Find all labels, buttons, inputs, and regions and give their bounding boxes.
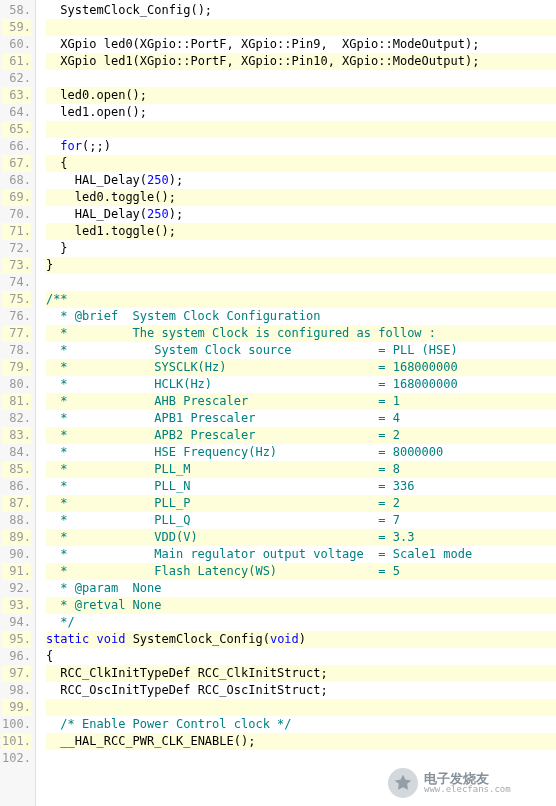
line-number: 72. (2, 240, 31, 257)
code-line: * PLL_N = 336 (46, 478, 556, 495)
line-number: 68. (2, 172, 31, 189)
line-number: 73. (2, 257, 31, 274)
code-line: RCC_OscInitTypeDef RCC_OscInitStruct; (46, 682, 556, 699)
code-line: * APB1 Prescaler = 4 (46, 410, 556, 427)
line-number: 59. (2, 19, 31, 36)
code-line: } (46, 257, 556, 274)
line-number: 71. (2, 223, 31, 240)
line-number: 70. (2, 206, 31, 223)
code-line: for(;;) (46, 138, 556, 155)
line-number: 78. (2, 342, 31, 359)
code-line: /* Enable Power Control clock */ (46, 716, 556, 733)
line-number: 86. (2, 478, 31, 495)
code-line: * VDD(V) = 3.3 (46, 529, 556, 546)
line-number: 79. (2, 359, 31, 376)
line-number: 66. (2, 138, 31, 155)
code-line: HAL_Delay(250); (46, 206, 556, 223)
line-number: 63. (2, 87, 31, 104)
line-number: 92. (2, 580, 31, 597)
line-number: 64. (2, 104, 31, 121)
line-number: 74. (2, 274, 31, 291)
code-line: /** (46, 291, 556, 308)
code-line (46, 750, 556, 767)
code-line (46, 121, 556, 138)
code-line: * AHB Prescaler = 1 (46, 393, 556, 410)
line-number-gutter: 58.59.60.61.62.63.64.65.66.67.68.69.70.7… (0, 0, 36, 806)
line-number: 67. (2, 155, 31, 172)
code-editor: 58.59.60.61.62.63.64.65.66.67.68.69.70.7… (0, 0, 556, 806)
code-line: HAL_Delay(250); (46, 172, 556, 189)
watermark: 电子发烧友 www.elecfans.com (388, 768, 548, 798)
code-line: * PLL_Q = 7 (46, 512, 556, 529)
code-line: { (46, 648, 556, 665)
code-line: } (46, 240, 556, 257)
line-number: 69. (2, 189, 31, 206)
line-number: 102. (2, 750, 31, 767)
code-line: * The system Clock is configured as foll… (46, 325, 556, 342)
line-number: 91. (2, 563, 31, 580)
line-number: 83. (2, 427, 31, 444)
code-line: * PLL_M = 8 (46, 461, 556, 478)
line-number: 95. (2, 631, 31, 648)
code-line: * APB2 Prescaler = 2 (46, 427, 556, 444)
code-line: __HAL_RCC_PWR_CLK_ENABLE(); (46, 733, 556, 750)
code-line: XGpio led0(XGpio::PortF, XGpio::Pin9, XG… (46, 36, 556, 53)
code-line: led1.open(); (46, 104, 556, 121)
code-line: * Flash Latency(WS) = 5 (46, 563, 556, 580)
watermark-url: www.elecfans.com (424, 785, 511, 794)
code-line: static void SystemClock_Config(void) (46, 631, 556, 648)
code-line: led1.toggle(); (46, 223, 556, 240)
code-line: * @brief System Clock Configuration (46, 308, 556, 325)
line-number: 77. (2, 325, 31, 342)
line-number: 60. (2, 36, 31, 53)
line-number: 65. (2, 121, 31, 138)
code-line: * System Clock source = PLL (HSE) (46, 342, 556, 359)
line-number: 81. (2, 393, 31, 410)
code-line: * @retval None (46, 597, 556, 614)
line-number: 99. (2, 699, 31, 716)
code-line (46, 70, 556, 87)
code-line: * HCLK(Hz) = 168000000 (46, 376, 556, 393)
code-line: { (46, 155, 556, 172)
line-number: 101. (2, 733, 31, 750)
line-number: 85. (2, 461, 31, 478)
line-number: 61. (2, 53, 31, 70)
code-line: * @param None (46, 580, 556, 597)
line-number: 87. (2, 495, 31, 512)
code-line: * HSE Frequency(Hz) = 8000000 (46, 444, 556, 461)
code-line: * Main regulator output voltage = Scale1… (46, 546, 556, 563)
line-number: 93. (2, 597, 31, 614)
code-line: SystemClock_Config(); (46, 2, 556, 19)
line-number: 84. (2, 444, 31, 461)
line-number: 80. (2, 376, 31, 393)
code-area: SystemClock_Config(); XGpio led0(XGpio::… (36, 0, 556, 806)
line-number: 88. (2, 512, 31, 529)
line-number: 82. (2, 410, 31, 427)
code-line: * SYSCLK(Hz) = 168000000 (46, 359, 556, 376)
code-line (46, 699, 556, 716)
code-line: * PLL_P = 2 (46, 495, 556, 512)
code-line (46, 19, 556, 36)
line-number: 90. (2, 546, 31, 563)
line-number: 75. (2, 291, 31, 308)
code-line: led0.open(); (46, 87, 556, 104)
line-number: 94. (2, 614, 31, 631)
code-line: RCC_ClkInitTypeDef RCC_ClkInitStruct; (46, 665, 556, 682)
line-number: 89. (2, 529, 31, 546)
line-number: 100. (2, 716, 31, 733)
line-number: 58. (2, 2, 31, 19)
line-number: 62. (2, 70, 31, 87)
code-line: led0.toggle(); (46, 189, 556, 206)
line-number: 97. (2, 665, 31, 682)
line-number: 98. (2, 682, 31, 699)
code-line: XGpio led1(XGpio::PortF, XGpio::Pin10, X… (46, 53, 556, 70)
line-number: 76. (2, 308, 31, 325)
code-line: */ (46, 614, 556, 631)
watermark-logo-icon (388, 768, 418, 798)
code-line (46, 274, 556, 291)
line-number: 96. (2, 648, 31, 665)
